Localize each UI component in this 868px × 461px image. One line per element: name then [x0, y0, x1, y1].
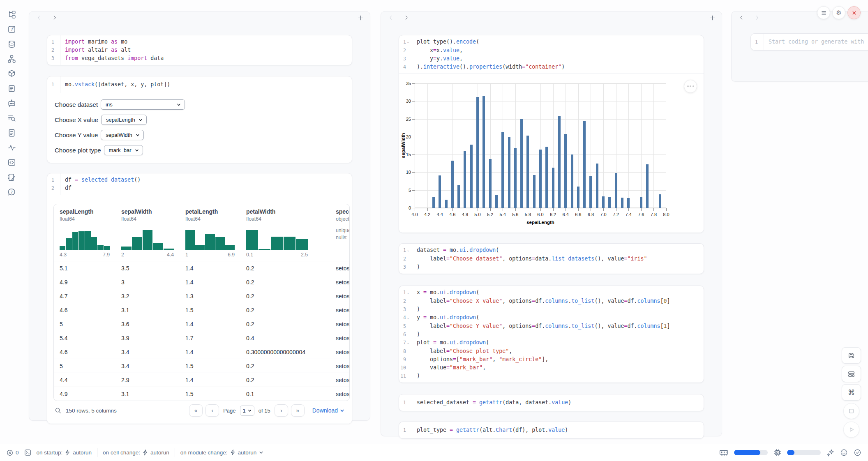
prev-page-button[interactable]: ‹ [205, 404, 219, 417]
column-back-button[interactable] [36, 15, 42, 21]
next-page-button[interactable]: › [275, 404, 288, 417]
sidebar-item-logs[interactable] [7, 83, 16, 93]
chart-bar [558, 116, 561, 208]
run-button[interactable] [843, 422, 859, 438]
code-line: 1mo.vstack([dataset, x, y, plot]) [47, 81, 352, 89]
marimo-mascot-button[interactable] [840, 449, 848, 456]
x-tick-label: 7.8 [648, 212, 659, 217]
fold-spacer [406, 322, 410, 330]
add-cell-button[interactable] [709, 14, 716, 21]
fold-spacer [54, 176, 58, 184]
code-editor[interactable]: 1⌄x = mo.ui.dropdown(2 label="Choose X v… [399, 286, 704, 383]
x-tick-label: 6.0 [535, 212, 546, 217]
sidebar-item-dependency-graph[interactable] [7, 54, 16, 64]
code-cell: 1⌄dataset = mo.ui.dropdown(2 label="Choo… [399, 243, 704, 274]
table-cell: 3.4 [115, 363, 180, 369]
sidebar-item-packages[interactable] [7, 69, 16, 78]
dependency-graph-icon [7, 55, 16, 63]
choose-dataset-select[interactable]: iris [101, 99, 185, 110]
runtime-setting-1[interactable]: on cell change:autorun [103, 449, 169, 456]
fold-toggle-icon[interactable]: ⌄ [406, 246, 410, 255]
line-number: 2 [47, 184, 54, 192]
keyboard-shortcuts-button[interactable]: ⌘ [842, 384, 861, 401]
column-forward-button[interactable] [754, 15, 760, 21]
close-icon [852, 10, 857, 16]
table-cell: setosa [330, 321, 350, 327]
first-page-button[interactable]: « [189, 404, 203, 417]
chart-bar [495, 195, 498, 208]
x-tick-label: 5.0 [472, 212, 483, 217]
error-indicator[interactable]: 0 [7, 449, 19, 456]
code-editor[interactable]: 1⌄plot_type().encode(2 x=x.value,3 y=y.v… [399, 35, 704, 74]
sidebar-item-tracing[interactable] [7, 143, 16, 152]
code-editor[interactable]: 1⌄dataset = mo.ui.dropdown(2 label="Choo… [399, 244, 704, 274]
chart-actions-button[interactable] [684, 80, 697, 93]
table-row: 53.41.50.2setosa [54, 359, 350, 373]
close-button[interactable] [847, 6, 861, 19]
sidebar-item-snippets[interactable] [7, 157, 16, 167]
line-gutter: 1 [751, 38, 764, 46]
code-editor[interactable]: 1plot_type = getattr(alt.Chart(df), plot… [399, 422, 704, 438]
choose-plot-type-select[interactable]: mark_bar [104, 145, 143, 155]
table-cell: 3.6 [115, 321, 180, 327]
fold-toggle-icon[interactable]: ⌄ [406, 288, 410, 297]
sidebar-item-outline-search[interactable] [7, 113, 16, 123]
x-tick [503, 208, 503, 211]
dropdown-row: Choose datasetiris [55, 99, 344, 110]
sidebar-item-help[interactable]: ? [7, 187, 16, 197]
code-editor[interactable]: 1selected_dataset = getattr(data, datase… [399, 394, 704, 411]
terminal-button[interactable] [24, 449, 31, 456]
column-header [381, 12, 722, 24]
download-button[interactable]: Download [312, 407, 344, 414]
ai-assist-button[interactable] [826, 449, 834, 456]
code-editor[interactable]: 1df = selected_dataset()2df [47, 173, 352, 195]
settings-button[interactable]: ⚙ [832, 6, 845, 19]
code-text: plot_type = getattr(alt.Chart(df), plot.… [412, 426, 568, 434]
choose-x-value-select[interactable]: sepalLength [101, 115, 147, 125]
code-cell: 1⌄plot_type().encode(2 x=x.value,3 y=y.v… [399, 35, 704, 233]
sidebar-item-documentation[interactable] [7, 128, 16, 138]
code-editor[interactable]: 1mo.vstack([dataset, x, y, plot]) [47, 76, 352, 93]
menu-button[interactable] [817, 6, 830, 19]
column-back-button[interactable] [739, 15, 744, 21]
line-number: 11 [399, 372, 406, 380]
fold-spacer [406, 263, 410, 271]
fold-spacer [406, 399, 410, 407]
x-tick-label: 6.2 [547, 212, 559, 217]
circle-x-icon [7, 449, 13, 456]
documentation-icon [7, 129, 16, 137]
scratchpad-icon [7, 173, 16, 182]
code-editor[interactable]: 1import marimo as mo2import altair as al… [47, 35, 352, 65]
code-text: x=x.value, [412, 46, 463, 55]
sidebar-item-file-explorer[interactable] [7, 9, 16, 19]
line-gutter: 3 [399, 263, 412, 271]
line-number: 3 [399, 263, 406, 271]
sidebar-item-scratchpad[interactable] [7, 172, 16, 182]
fold-spacer [406, 297, 410, 305]
runtime-setting-0[interactable]: on startup:autorun [37, 449, 92, 456]
sidebar-item-datasources[interactable] [7, 39, 16, 49]
x-tick [653, 208, 654, 211]
notebook-column-3: 1Start coding or generate with [731, 11, 868, 82]
fold-toggle-icon[interactable]: ⌄ [406, 313, 410, 322]
sidebar-item-ai-chat[interactable] [7, 98, 16, 108]
add-cell-button[interactable] [357, 14, 364, 21]
last-page-button[interactable]: » [291, 404, 305, 417]
search-icon[interactable] [55, 407, 62, 414]
code-editor[interactable]: 1Start coding or generate with [751, 34, 868, 50]
fold-toggle-icon[interactable]: ⌄ [406, 38, 410, 46]
runtime-setting-2[interactable]: on module change:autorun [180, 449, 264, 456]
choose-y-value-select[interactable]: sepalWidth [101, 130, 143, 140]
stop-button[interactable] [843, 403, 859, 419]
page-select[interactable]: 1 [240, 406, 254, 416]
fold-toggle-icon[interactable]: ⌄ [406, 339, 410, 347]
layout-button[interactable] [842, 366, 861, 382]
sidebar-item-functions[interactable]: f [7, 24, 16, 34]
kernel-connected-button[interactable] [854, 449, 861, 456]
fold-spacer [54, 54, 58, 62]
column-forward-button[interactable] [404, 15, 409, 21]
column-back-button[interactable] [388, 15, 394, 21]
save-button[interactable] [842, 347, 861, 364]
range-min: 4.3 [60, 252, 67, 258]
column-forward-button[interactable] [52, 15, 58, 21]
